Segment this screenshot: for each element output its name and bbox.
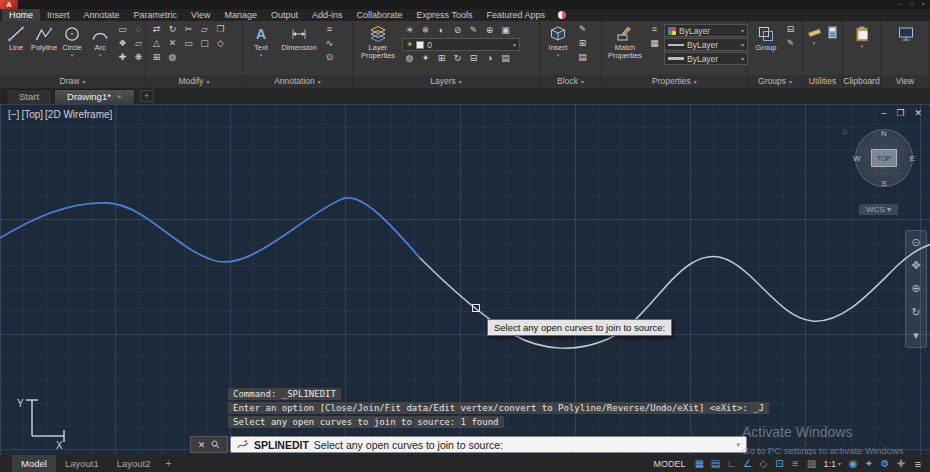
customization-menu-icon[interactable]: ≡ (910, 458, 926, 470)
panel-label-modify[interactable]: Modify▾ (146, 75, 242, 88)
panel-label-groups[interactable]: Groups▾ (748, 75, 802, 88)
layout-tab-layout1[interactable]: Layout1 (56, 455, 108, 472)
paste-flyout-icon[interactable]: ▾ (861, 44, 864, 49)
panel-label-annotation[interactable]: Annotation▾ (243, 75, 352, 88)
modify-tool-icon[interactable]: ↻ (165, 23, 180, 36)
linetype-dropdown[interactable]: ByLayer ▾ (664, 38, 748, 51)
draw-tool-icon[interactable]: ✚ (115, 51, 130, 64)
tab-view[interactable]: View (184, 9, 217, 21)
tab-bar-extra-icon[interactable] (558, 11, 566, 19)
tab-close-icon[interactable]: × (117, 90, 122, 104)
annotation-tool-icon[interactable]: ∿ (322, 37, 337, 50)
panel-label-block[interactable]: Block▾ (540, 75, 601, 88)
navigation-tool-icon[interactable]: ⊕ (911, 283, 920, 294)
tab-addins[interactable]: Add-ins (305, 9, 350, 21)
annotation-tool-icon[interactable]: ⊙ (322, 51, 337, 64)
command-search-icon[interactable] (211, 440, 220, 449)
viewcube-east[interactable]: E (910, 154, 915, 163)
navigation-tool-icon[interactable]: ▾ (913, 330, 919, 341)
modify-tool-icon[interactable]: ▭ (181, 37, 196, 50)
object-color-dropdown[interactable]: ByLayer ▾ (664, 24, 748, 37)
status-toggle-icon[interactable]: ≡ (788, 455, 802, 472)
draw-tool-icon[interactable]: ◌ (131, 23, 146, 36)
layer-tool-icon[interactable]: ☀ (402, 24, 417, 37)
layer-tool-icon[interactable]: ⊕ (482, 24, 497, 37)
layer-tool-icon[interactable]: ▤ (498, 52, 513, 65)
block-tool-icon[interactable]: ⊞ (575, 37, 590, 50)
annotation-tool-icon[interactable]: ≡ (322, 23, 337, 36)
group-tool-icon[interactable]: ⊟ (783, 23, 798, 36)
circle-flyout-icon[interactable]: ▾ (71, 53, 74, 58)
dimension-button[interactable]: Dimension (278, 23, 320, 75)
status-toggle-icon[interactable]: ⚙ (878, 455, 892, 472)
wcs-dropdown[interactable]: WCS ▾ (859, 204, 898, 215)
view-button[interactable] (894, 23, 918, 75)
drawing-restore-icon[interactable]: ❐ (896, 108, 904, 118)
drawing-canvas[interactable]: [−] [Top] [2D Wireframe] – ❐ ✕ ⌂ N S W E… (0, 104, 930, 455)
layer-tool-icon[interactable]: ▣ (498, 24, 513, 37)
layer-tool-icon[interactable]: ❄ (418, 24, 433, 37)
viewcube[interactable]: ⌂ N S W E TOP (850, 124, 918, 192)
group-tool-icon[interactable]: ✎ (783, 37, 798, 50)
layer-tool-icon[interactable]: ⊞ (434, 52, 449, 65)
status-toggle-icon[interactable]: ◇ (756, 455, 770, 472)
tab-home[interactable]: Home (2, 9, 40, 21)
window-minimize-icon[interactable]: – (899, 0, 902, 9)
panel-label-properties[interactable]: Properties▾ (602, 75, 747, 88)
modify-tool-icon[interactable]: ◍ (165, 51, 180, 64)
layer-dropdown[interactable]: ☀ 0 ▾ (402, 38, 520, 51)
drawing-close-icon[interactable]: ✕ (914, 108, 922, 118)
status-toggle-icon[interactable]: ✦ (862, 455, 876, 472)
properties-tool-icon[interactable]: ≡ (647, 23, 662, 36)
layer-tool-icon[interactable]: ⊟ (466, 52, 481, 65)
block-tool-icon[interactable]: ▤ (575, 51, 590, 64)
new-layout-button[interactable]: + (160, 458, 178, 469)
viewcube-south[interactable]: S (881, 179, 886, 188)
tab-collaborate[interactable]: Collaborate (350, 9, 410, 21)
status-toggle-icon[interactable]: ▦ (692, 455, 706, 472)
modify-tool-icon[interactable]: ✂ (181, 23, 196, 36)
circle-button[interactable]: Circle ▾ (59, 23, 85, 75)
lineweight-dropdown[interactable]: ByLayer ▾ (664, 52, 748, 65)
panel-label-utilities[interactable]: Utilities (803, 75, 842, 88)
modify-tool-icon[interactable]: ✕ (165, 37, 180, 50)
arc-button[interactable]: Arc ▾ (87, 23, 113, 75)
layout-tab-model[interactable]: Model (12, 455, 56, 472)
viewport-view-control[interactable]: [Top] (21, 109, 43, 120)
draw-tool-icon[interactable]: ❖ (115, 37, 130, 50)
modify-tool-icon[interactable]: ⇄ (149, 23, 164, 36)
tab-insert[interactable]: Insert (40, 9, 77, 21)
navigation-tool-icon[interactable]: ✥ (911, 260, 920, 271)
command-options-arrow-icon[interactable]: ▾ (736, 441, 740, 449)
panel-label-view[interactable]: View (881, 75, 929, 88)
new-drawing-button[interactable]: + (140, 90, 154, 102)
app-logo-icon[interactable]: A (0, 0, 18, 9)
modify-tool-icon[interactable]: △ (149, 37, 164, 50)
modify-tool-icon[interactable]: ◇ (213, 37, 228, 50)
polyline-button[interactable]: Polyline (31, 23, 57, 75)
tab-express-tools[interactable]: Express Tools (410, 9, 480, 21)
panel-label-draw[interactable]: Draw▾ (0, 75, 145, 88)
tab-output[interactable]: Output (264, 9, 305, 21)
navigation-tool-icon[interactable]: ⊙ (911, 237, 920, 248)
status-toggle-icon[interactable]: ∠ (740, 455, 754, 472)
tab-annotate[interactable]: Annotate (77, 9, 127, 21)
panel-label-layers[interactable]: Layers▾ (353, 75, 539, 88)
status-toggle-icon[interactable]: ▨ (804, 455, 818, 472)
status-toggle-icon[interactable]: ⊡ (772, 455, 786, 472)
insert-button[interactable]: Insert ▾ (543, 23, 573, 75)
quick-calc-button[interactable] (824, 23, 840, 75)
layer-tool-icon[interactable]: ◍ (402, 52, 417, 65)
model-space-label[interactable]: MODEL (653, 459, 685, 469)
layer-properties-button[interactable]: Layer Properties (356, 23, 400, 75)
command-input[interactable]: SPLINEDIT Select any open curves to join… (230, 436, 747, 453)
tab-featured-apps[interactable]: Featured Apps (479, 9, 552, 21)
draw-tool-icon[interactable]: ❋ (131, 51, 146, 64)
modify-tool-icon[interactable]: ⊞ (149, 51, 164, 64)
status-toggle-icon[interactable]: ◉ (846, 455, 860, 472)
modify-tool-icon[interactable]: ❐ (213, 23, 228, 36)
drawing-minimize-icon[interactable]: – (881, 108, 886, 118)
viewport-visual-style-control[interactable]: [2D Wireframe] (45, 109, 112, 120)
viewcube-north[interactable]: N (881, 129, 887, 138)
navigation-tool-icon[interactable]: ↻ (911, 307, 920, 318)
